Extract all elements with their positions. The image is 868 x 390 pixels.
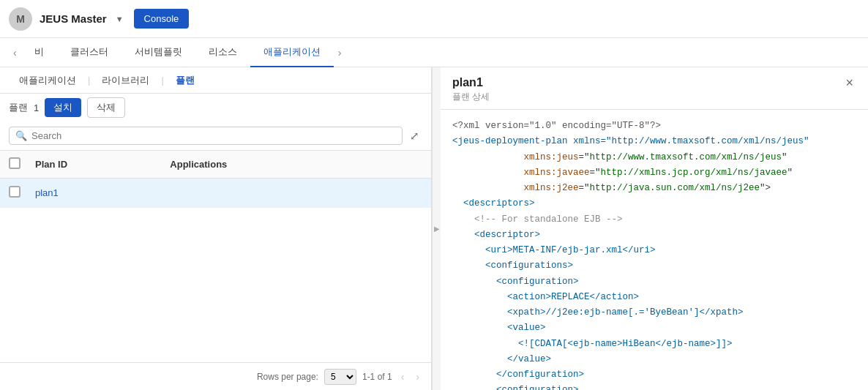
- xml-configurations-open: <configurations>: [485, 260, 573, 271]
- xml-attr-j2ee-val: http://java.sun.com/xml/ns/j2ee: [590, 183, 760, 193]
- detail-title: plan1: [452, 76, 490, 89]
- xml-action1: <action>REPLACE</action>: [507, 292, 639, 302]
- xml-config1-open: <configuration>: [496, 277, 579, 287]
- dropdown-arrow-icon[interactable]: ▼: [116, 15, 124, 23]
- row-checkbox[interactable]: [9, 186, 20, 198]
- plan-count: 1: [34, 102, 39, 113]
- tab-cluster[interactable]: 클러스터: [57, 38, 121, 67]
- xml-attr-jeus: xmlns:jeus: [524, 152, 579, 162]
- search-bar: 🔍 ⤢: [0, 121, 431, 151]
- nav-next-arrow[interactable]: ›: [334, 47, 346, 59]
- xml-config1-close: </configuration>: [496, 370, 584, 380]
- nav-prev-arrow[interactable]: ‹: [9, 47, 21, 59]
- detail-header: plan1 플랜 상세 ×: [441, 67, 868, 110]
- install-button[interactable]: 설치: [45, 98, 81, 117]
- main-content: 애플리케이션 | 라이브러리 | 플랜 플랜 1 설치 삭제 🔍 ⤢ Pl: [0, 67, 868, 390]
- export-icon[interactable]: ⤢: [407, 128, 422, 144]
- left-panel: 애플리케이션 | 라이브러리 | 플랜 플랜 1 설치 삭제 🔍 ⤢ Pl: [0, 67, 432, 390]
- header-checkbox[interactable]: [9, 157, 20, 169]
- page-prev-button[interactable]: ‹: [398, 371, 408, 383]
- xml-value-open: <value>: [507, 323, 546, 333]
- sub-tabs: 애플리케이션 | 라이브러리 | 플랜: [0, 67, 431, 94]
- xml-xpath1: <xpath>//j2ee:ejb-name[.='ByeBean']</xpa…: [507, 307, 744, 318]
- table-row[interactable]: plan1: [0, 179, 431, 208]
- avatar: M: [9, 7, 32, 31]
- xml-uri: <uri>META-INF/ejb-jar.xml</uri>: [485, 245, 656, 255]
- xml-attr-javaee: xmlns:javaee: [524, 168, 590, 178]
- xml-root-open: <jeus-deployment-plan xmlns="http://www.…: [452, 136, 809, 146]
- xml-pi: <?xml version="1.0" encoding="UTF-8"?>: [452, 121, 661, 131]
- search-input-wrap: 🔍: [9, 127, 403, 145]
- sub-divider-1: |: [88, 75, 90, 86]
- plan-label: 플랜: [9, 101, 28, 114]
- tab-service-template[interactable]: 서비템플릿: [121, 38, 195, 67]
- delete-button[interactable]: 삭제: [87, 97, 125, 118]
- detail-title-group: plan1 플랜 상세: [452, 76, 490, 103]
- nav-tabs: ‹ 비 클러스터 서비템플릿 리소스 애플리케이션 ›: [0, 38, 868, 67]
- rows-per-page-label: Rows per page:: [257, 372, 318, 382]
- page-next-button[interactable]: ›: [413, 371, 422, 383]
- header: M JEUS Master ▼ Console: [0, 0, 868, 38]
- detail-subtitle: 플랜 상세: [452, 91, 490, 103]
- close-button[interactable]: ×: [842, 76, 856, 89]
- xml-value-close: </value>: [507, 354, 551, 364]
- console-button[interactable]: Console: [134, 9, 190, 29]
- collapse-arrow-icon: ▶: [434, 225, 440, 233]
- pagination: Rows per page: 5 10 25 1-1 of 1 ‹ ›: [0, 362, 431, 390]
- xml-cdata: <![CDATA[<ejb-name>HiBean</ejb-name>]]>: [518, 339, 733, 349]
- xml-content: <?xml version="1.0" encoding="UTF-8"?> <…: [441, 110, 868, 390]
- tab-application[interactable]: 애플리케이션: [250, 38, 334, 67]
- xml-attr-javaee-val: http://xmlns.jcp.org/xml/ns/javaee: [601, 168, 787, 178]
- toolbar: 플랜 1 설치 삭제: [0, 94, 431, 121]
- tab-resources[interactable]: 리소스: [195, 38, 250, 67]
- page-info: 1-1 of 1: [362, 372, 392, 382]
- sub-divider-2: |: [161, 75, 163, 86]
- sub-tab-library[interactable]: 라이브러리: [91, 74, 160, 87]
- xml-comment-1: <!-- For standalone EJB -->: [474, 214, 623, 225]
- right-panel: plan1 플랜 상세 × <?xml version="1.0" encodi…: [441, 67, 868, 390]
- header-checkbox-cell: [9, 157, 26, 171]
- table-header: Plan ID Applications: [0, 151, 431, 179]
- xml-descriptor-open: <descriptor>: [474, 230, 540, 240]
- xml-attr-jeus-val: http://www.tmaxsoft.com/xml/ns/jeus: [590, 152, 782, 162]
- row-plan-id[interactable]: plan1: [35, 187, 161, 198]
- col-plan-id: Plan ID: [35, 159, 161, 170]
- collapse-handle[interactable]: ▶: [432, 67, 441, 390]
- xml-config2-open: <configuration>: [496, 385, 579, 390]
- page-size-select[interactable]: 5 10 25: [324, 369, 356, 385]
- row-checkbox-cell: [9, 186, 26, 200]
- xml-descriptors-open: <descriptors>: [463, 198, 535, 209]
- col-applications: Applications: [170, 159, 422, 170]
- tab-bi[interactable]: 비: [21, 38, 57, 67]
- search-icon: 🔍: [15, 130, 27, 141]
- search-input[interactable]: [31, 130, 396, 141]
- app-title: JEUS Master: [40, 12, 107, 25]
- xml-attr-j2ee: xmlns:j2ee: [524, 183, 579, 193]
- sub-tab-plan[interactable]: 플랜: [165, 74, 205, 87]
- sub-tab-application[interactable]: 애플리케이션: [9, 74, 86, 87]
